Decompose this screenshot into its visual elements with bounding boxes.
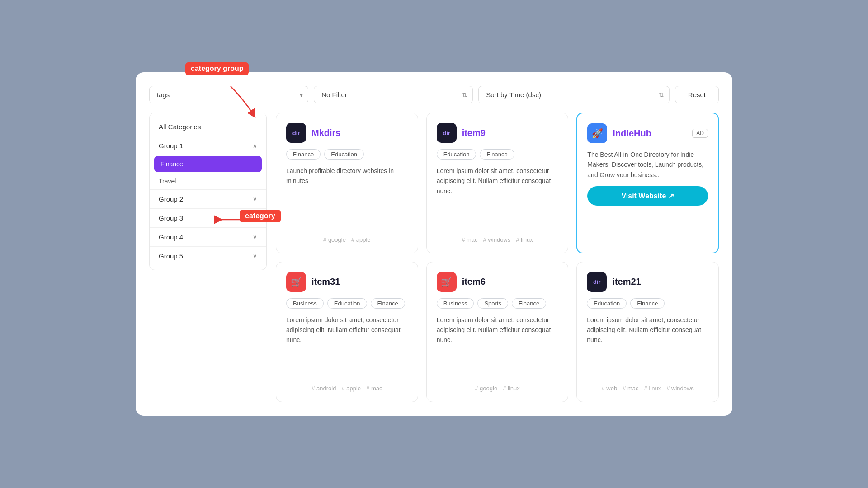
sidebar-group-2-chevron-icon: ∨ bbox=[253, 196, 257, 202]
sidebar-item-finance[interactable]: Finance bbox=[154, 156, 262, 172]
tag-education[interactable]: Education bbox=[587, 298, 627, 309]
hashtag-linux: linux bbox=[516, 236, 533, 243]
card-item6-hashtags: google linux bbox=[437, 385, 558, 392]
sidebar-group-4: Group 4 ∨ bbox=[150, 227, 266, 246]
annotation-category-group-label: category group bbox=[185, 62, 249, 75]
card-item6-title: item6 bbox=[462, 277, 486, 287]
card-item9-tags: Education Finance bbox=[437, 149, 558, 160]
card-item6-desc: Lorem ipsum dolor sit amet, consectetur … bbox=[437, 315, 558, 345]
card-indiehub-header: 🚀 IndieHub AD bbox=[587, 123, 708, 143]
card-item6: 🛒 item6 Business Sports Finance Lorem ip… bbox=[426, 262, 569, 403]
sidebar-group-4-label: Group 4 bbox=[159, 233, 183, 241]
visit-website-button[interactable]: Visit Website ↗ bbox=[587, 186, 708, 206]
hashtag-android: android bbox=[311, 385, 336, 392]
sidebar-group-2-label: Group 2 bbox=[159, 195, 183, 203]
hashtag-google: google bbox=[475, 385, 497, 392]
filter-select[interactable]: No Filter bbox=[314, 86, 473, 103]
tag-finance[interactable]: Finance bbox=[480, 149, 514, 160]
hashtag-apple: apple bbox=[341, 385, 361, 392]
tag-finance[interactable]: Finance bbox=[512, 298, 546, 309]
tag-sports[interactable]: Sports bbox=[477, 298, 508, 309]
card-item31: 🛒 item31 Business Education Finance Lore… bbox=[276, 262, 418, 403]
tag-business[interactable]: Business bbox=[286, 298, 324, 309]
card-item9-desc: Lorem ipsum dolor sit amet, consectetur … bbox=[437, 166, 558, 196]
ad-badge: AD bbox=[692, 129, 708, 138]
tag-finance[interactable]: Finance bbox=[371, 298, 405, 309]
card-mkdirs-title: Mkdirs bbox=[311, 128, 340, 138]
card-item31-desc: Lorem ipsum dolor sit amet, consectetur … bbox=[286, 315, 408, 345]
card-item9: dir item9 Education Finance Lorem ipsum … bbox=[426, 113, 569, 253]
annotation-arrow-group bbox=[226, 82, 262, 118]
sidebar-group-1-chevron-icon: ∧ bbox=[253, 142, 257, 149]
tag-finance[interactable]: Finance bbox=[286, 149, 321, 160]
hashtag-mac: mac bbox=[623, 385, 638, 392]
tag-education[interactable]: Education bbox=[327, 298, 367, 309]
annotation-category-label: category bbox=[240, 210, 281, 222]
card-item31-hashtags: android apple mac bbox=[286, 385, 408, 392]
card-mkdirs-icon: dir bbox=[286, 123, 306, 143]
card-indiehub-title: IndieHub bbox=[613, 128, 651, 139]
sidebar-group-5: Group 5 ∨ bbox=[150, 246, 266, 265]
sidebar-group-1: Group 1 ∧ Finance Travel bbox=[150, 136, 266, 189]
card-item31-title: item31 bbox=[311, 277, 340, 287]
card-indiehub: 🚀 IndieHub AD The Best All-in-One Direct… bbox=[576, 113, 719, 253]
sidebar-group-4-chevron-icon: ∨ bbox=[253, 234, 257, 240]
card-item21-header: dir item21 bbox=[587, 272, 708, 292]
card-item9-icon: dir bbox=[437, 123, 457, 143]
tag-education[interactable]: Education bbox=[324, 149, 364, 160]
sidebar-group-1-label: Group 1 bbox=[159, 142, 183, 150]
tag-education[interactable]: Education bbox=[437, 149, 476, 160]
sidebar-all-categories[interactable]: All Categories bbox=[150, 117, 266, 136]
card-mkdirs-tags: Finance Education bbox=[286, 149, 408, 160]
card-item6-tags: Business Sports Finance bbox=[437, 298, 558, 309]
cards-grid: dir Mkdirs Finance Education Launch prof… bbox=[276, 113, 719, 402]
sidebar-group-4-header[interactable]: Group 4 ∨ bbox=[150, 228, 266, 246]
card-mkdirs-header: dir Mkdirs bbox=[286, 123, 408, 143]
sidebar-group-2: Group 2 ∨ bbox=[150, 189, 266, 208]
hashtag-mac: mac bbox=[366, 385, 382, 392]
card-item9-hashtags: mac windows linux bbox=[437, 236, 558, 243]
card-mkdirs-hashtags: google apple bbox=[286, 236, 408, 243]
card-item21-icon: dir bbox=[587, 272, 607, 292]
card-item21-hashtags: web mac linux windows bbox=[587, 385, 708, 392]
card-item6-header: 🛒 item6 bbox=[437, 272, 558, 292]
tag-finance[interactable]: Finance bbox=[630, 298, 665, 309]
reset-button[interactable]: Reset bbox=[675, 86, 719, 103]
hashtag-google: google bbox=[323, 236, 346, 243]
card-item21-tags: Education Finance bbox=[587, 298, 708, 309]
sidebar-item-travel[interactable]: Travel bbox=[150, 173, 266, 189]
card-mkdirs: dir Mkdirs Finance Education Launch prof… bbox=[276, 113, 418, 253]
hashtag-apple: apple bbox=[351, 236, 371, 243]
hashtag-web: web bbox=[601, 385, 617, 392]
sidebar-group-5-header[interactable]: Group 5 ∨ bbox=[150, 247, 266, 265]
filter-select-wrapper: No Filter ⇅ bbox=[314, 86, 473, 103]
sidebar-group-5-chevron-icon: ∨ bbox=[253, 253, 257, 259]
hashtag-linux: linux bbox=[644, 385, 661, 392]
tag-business[interactable]: Business bbox=[437, 298, 474, 309]
hashtag-linux: linux bbox=[503, 385, 520, 392]
hashtag-mac: mac bbox=[462, 236, 477, 243]
card-item21-desc: Lorem ipsum dolor sit amet, consectetur … bbox=[587, 315, 708, 345]
annotation-arrow-category bbox=[215, 214, 240, 225]
card-item9-title: item9 bbox=[462, 128, 486, 138]
card-item31-icon: 🛒 bbox=[286, 272, 306, 292]
card-item21-title: item21 bbox=[612, 277, 641, 287]
sidebar-group-2-header[interactable]: Group 2 ∨ bbox=[150, 190, 266, 208]
card-item9-header: dir item9 bbox=[437, 123, 558, 143]
sidebar-group-5-label: Group 5 bbox=[159, 252, 183, 260]
card-indiehub-desc: The Best All-in-One Directory for Indie … bbox=[587, 150, 708, 180]
sort-select[interactable]: Sort by Time (dsc) bbox=[478, 86, 670, 103]
card-item31-header: 🛒 item31 bbox=[286, 272, 408, 292]
card-item21: dir item21 Education Finance Lorem ipsum… bbox=[576, 262, 719, 403]
card-mkdirs-desc: Launch profitable directory websites in … bbox=[286, 166, 408, 186]
sidebar-group-1-header[interactable]: Group 1 ∧ bbox=[150, 136, 266, 155]
hashtag-windows: windows bbox=[666, 385, 694, 392]
sidebar: All Categories Group 1 ∧ Finance Travel … bbox=[149, 113, 267, 270]
card-item6-icon: 🛒 bbox=[437, 272, 457, 292]
card-item31-tags: Business Education Finance bbox=[286, 298, 408, 309]
sidebar-group-3-label: Group 3 bbox=[159, 214, 183, 222]
card-indiehub-icon: 🚀 bbox=[587, 123, 607, 143]
hashtag-windows: windows bbox=[483, 236, 511, 243]
sort-select-wrapper: Sort by Time (dsc) ⇅ bbox=[478, 86, 670, 103]
